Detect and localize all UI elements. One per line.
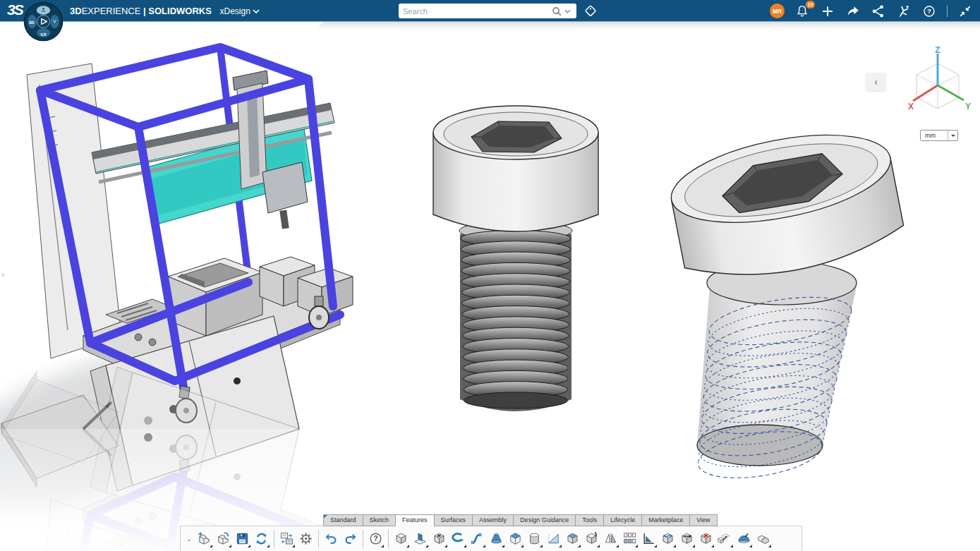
tab-tools[interactable]: Tools	[575, 514, 603, 526]
brand-3d: 3D	[70, 6, 82, 16]
move-face-icon[interactable]	[677, 528, 696, 550]
screw-head[interactable]	[433, 106, 598, 231]
delete-face-icon[interactable]	[696, 528, 715, 550]
tab-marketplace[interactable]: Marketplace	[641, 514, 689, 526]
shell-icon[interactable]	[563, 528, 582, 550]
action-toolbar: ⌄ ?	[180, 526, 802, 551]
toolbar-collapse-icon[interactable]: ⌄	[183, 530, 195, 548]
machine-cart-assembly-model[interactable]	[0, 34, 375, 551]
collapse-window-icon[interactable]	[957, 4, 973, 19]
view-orientation-cube[interactable]: Z X Y	[904, 47, 972, 119]
sync-icon[interactable]	[252, 528, 271, 550]
tab-assembly[interactable]: Assembly	[472, 514, 513, 526]
brand-experience: EXPERIENCE	[82, 6, 141, 16]
svg-text:?: ?	[373, 534, 377, 543]
compass-3d-label: 3D	[29, 20, 35, 25]
box-primitive-icon[interactable]	[392, 528, 411, 550]
user-avatar[interactable]: MR	[770, 4, 785, 18]
search-icon[interactable]	[550, 5, 563, 18]
mirror-icon[interactable]	[601, 528, 620, 550]
toolbar-separator	[388, 530, 389, 548]
viewport-top-shadow	[319, 22, 980, 30]
brand-divider: |	[143, 6, 146, 16]
brand-solidworks: SOLIDWORKS	[148, 6, 212, 16]
extrude-icon[interactable]	[411, 528, 430, 550]
share-icon[interactable]	[845, 4, 861, 19]
app-switch-caret-icon[interactable]	[253, 9, 260, 14]
tab-standard[interactable]: Standard	[323, 514, 363, 526]
screw-head[interactable]	[664, 119, 908, 291]
search-input[interactable]	[403, 7, 550, 16]
settings-icon[interactable]	[296, 528, 315, 550]
pocket-icon[interactable]	[430, 528, 449, 550]
units-caret-icon[interactable]	[948, 131, 957, 140]
compass-vr-label: V.R	[40, 32, 47, 37]
chamfer-icon[interactable]	[506, 528, 525, 550]
units-value: mm	[921, 132, 948, 139]
notification-badge: 19	[806, 1, 815, 8]
axis-x-label: X	[908, 102, 914, 111]
combine-icon[interactable]	[754, 528, 773, 550]
boss-extrude-icon[interactable]	[582, 528, 601, 550]
pattern-icon[interactable]	[620, 528, 639, 550]
search-options-chevron-icon[interactable]	[563, 8, 572, 15]
socket-head-cap-screw-solid-model[interactable]	[423, 96, 608, 422]
3ds-logo: 3S	[7, 1, 23, 18]
tag-icon[interactable]	[583, 3, 598, 18]
undo-icon[interactable]	[322, 528, 341, 550]
app-name[interactable]: xDesign	[220, 6, 250, 16]
help-icon[interactable]: ?	[366, 528, 385, 550]
sweep-icon[interactable]	[468, 528, 487, 550]
toolbar-separator	[363, 530, 363, 548]
socket-head-cap-screw-thread-preview-model[interactable]	[655, 109, 917, 496]
open-icon[interactable]	[214, 528, 233, 550]
tab-lifecycle[interactable]: Lifecycle	[603, 514, 641, 526]
expand-left-panel-button[interactable]: ›	[1, 269, 4, 279]
units-dropdown[interactable]: mm	[920, 130, 958, 141]
convert-icon[interactable]	[277, 528, 296, 550]
tab-sketch[interactable]: Sketch	[363, 514, 396, 526]
toolbar-separator	[318, 530, 319, 548]
3dexperience-compass[interactable]: 3D V.R	[23, 1, 63, 42]
axis-y-label: Y	[965, 102, 971, 111]
dome-icon[interactable]	[734, 528, 754, 550]
ribbon-tab-bar: Standard Sketch Features Surfaces Assemb…	[323, 514, 718, 526]
new-part-icon[interactable]	[195, 528, 214, 550]
svg-text:?: ?	[927, 7, 931, 15]
collapse-right-panel-button[interactable]: ‹	[866, 73, 886, 91]
thread-icon[interactable]	[525, 528, 544, 550]
tab-surfaces[interactable]: Surfaces	[434, 514, 473, 526]
search-bar[interactable]	[399, 4, 576, 18]
flex-icon[interactable]	[658, 528, 677, 550]
header-actions: MR 19 ?	[770, 0, 973, 22]
tab-design-guidance[interactable]: Design Guidance	[513, 514, 575, 526]
rib-icon[interactable]	[639, 528, 658, 550]
toolbar-separator	[274, 530, 274, 548]
help-icon[interactable]: ?	[921, 4, 937, 19]
redo-icon[interactable]	[341, 528, 360, 550]
notifications-bell-icon[interactable]: 19	[794, 4, 810, 19]
revolve-icon[interactable]	[449, 528, 468, 550]
save-icon[interactable]	[233, 528, 252, 550]
tab-features[interactable]: Features	[395, 514, 434, 526]
top-bar: 3S 3DEXPERIENCE | SOLIDWORKS xDesign MR …	[0, 0, 980, 22]
share-network-icon[interactable]	[871, 4, 886, 19]
add-icon[interactable]	[820, 4, 835, 19]
axis-z-label: Z	[935, 47, 940, 55]
draft-icon[interactable]	[544, 528, 563, 550]
move-body-icon[interactable]	[715, 528, 734, 550]
header-separator	[947, 6, 948, 17]
tab-view[interactable]: View	[689, 514, 717, 526]
loft-icon[interactable]	[487, 528, 506, 550]
3ds-play-icon[interactable]	[896, 4, 912, 19]
brand-title: 3DEXPERIENCE | SOLIDWORKS xDesign	[70, 0, 260, 22]
